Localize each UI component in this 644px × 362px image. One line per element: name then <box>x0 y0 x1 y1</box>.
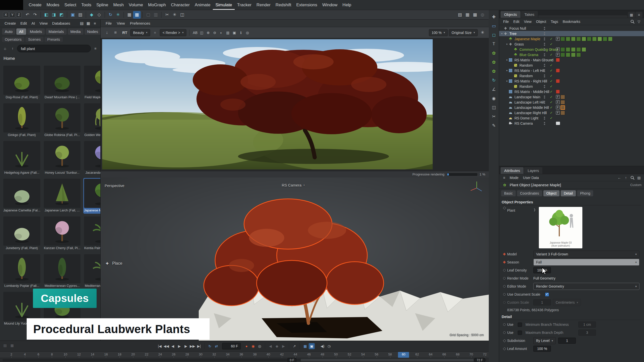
save-image-icon[interactable]: ↓ <box>103 29 111 36</box>
anim-marker[interactable] <box>502 323 507 326</box>
anim-marker[interactable] <box>502 293 507 296</box>
om-menu-view[interactable]: View <box>522 19 534 24</box>
leaf-amount-field[interactable]: 100 % <box>533 346 551 352</box>
field-tag[interactable]: F <box>556 48 560 51</box>
om-menu-tags[interactable]: Tags <box>549 19 560 24</box>
menu-help[interactable]: Help <box>340 0 354 10</box>
layers-icon[interactable]: ▣ <box>231 30 237 36</box>
field-tag[interactable]: F <box>556 111 560 115</box>
anim-marker[interactable] <box>502 340 507 342</box>
menu-mesh[interactable]: Mesh <box>111 0 126 10</box>
enabled-check-icon[interactable]: ✓ <box>550 106 553 109</box>
enabled-check-icon[interactable]: ✓ <box>550 53 553 57</box>
keyframe-marker[interactable] <box>502 261 507 263</box>
asset-item[interactable]: Japanese Camellia (Fal... <box>3 178 41 214</box>
play-icon[interactable]: ▶ <box>176 343 182 349</box>
anim-marker[interactable] <box>502 269 507 272</box>
asset-menu-view[interactable]: View <box>37 20 50 26</box>
asset-item[interactable]: Mediterranean Dwarf ... <box>83 253 100 289</box>
redshift-material-tag[interactable] <box>556 90 560 94</box>
render-view-menu-file[interactable]: File <box>103 20 114 26</box>
render-view-menu-preferences[interactable]: Preferences <box>127 20 153 26</box>
rect-select-icon[interactable]: ▭ <box>490 22 498 30</box>
enabled-check-icon[interactable]: ✓ <box>550 111 553 115</box>
texture-tag[interactable] <box>571 53 576 57</box>
render-target-dropdown[interactable]: < Render >▾ <box>160 29 186 36</box>
menu-tracker[interactable]: Tracker <box>235 0 254 10</box>
texture-tag[interactable] <box>582 37 586 41</box>
visibility-dots[interactable] <box>544 117 545 120</box>
object-row[interactable]: Landscape Main✓F <box>499 94 644 100</box>
model-dropdown[interactable]: Variant 3 Full-Grown▾ <box>533 251 639 258</box>
visibility-dots[interactable] <box>544 85 545 88</box>
plant-tool-c-icon[interactable]: ✿ <box>490 67 498 75</box>
plant-thumbnail[interactable]: Japanese Maple 03 (Acer palmatum) <box>539 207 582 248</box>
texture-tag[interactable] <box>571 37 576 41</box>
snap-icon[interactable]: ◇ <box>95 11 103 19</box>
views-icon[interactable]: ▤ <box>79 20 85 26</box>
wipe-icon[interactable]: ◫ <box>199 30 205 36</box>
enabled-check-icon[interactable]: ✓ <box>550 69 553 72</box>
object-row[interactable]: Blue Grama✓F <box>499 52 644 57</box>
max-branch-field[interactable]: 3 <box>578 330 596 336</box>
filter-tab-models[interactable]: Models <box>27 28 45 35</box>
menu-mograph[interactable]: MoGraph <box>146 0 169 10</box>
visibility-dots[interactable] <box>544 111 545 114</box>
plant-expander[interactable]: ❭ <box>533 208 536 211</box>
layout-c-icon[interactable]: ▩ <box>471 11 479 19</box>
expander-icon[interactable]: ▾ <box>500 32 504 35</box>
move-tool-icon[interactable]: ✚ <box>490 13 498 21</box>
enabled-check-icon[interactable]: ✓ <box>550 42 553 46</box>
menu-redshift[interactable]: Redshift <box>273 0 294 10</box>
undo-icon[interactable]: ↶ <box>24 11 31 19</box>
object-row[interactable]: ▾RS Matrix - Main Ground✓ <box>499 57 644 63</box>
object-row[interactable]: RS Camera <box>499 121 644 126</box>
enabled-check-icon[interactable]: ✓ <box>550 79 553 83</box>
asset-menu-create[interactable]: Create <box>3 20 18 26</box>
enabled-check-icon[interactable]: ✓ <box>550 100 553 104</box>
clock-icon[interactable]: ◷ <box>326 343 332 349</box>
search-icon[interactable] <box>629 175 635 181</box>
subdivision-mode-dropdown[interactable]: By Level▾ <box>533 337 556 344</box>
render-settings-icon[interactable]: ◨ <box>50 11 58 19</box>
menu-create[interactable]: Create <box>26 0 44 10</box>
range-thumb[interactable] <box>301 359 474 361</box>
info-icon[interactable]: ℹ <box>238 30 244 36</box>
history-icon[interactable]: ≡ <box>112 29 119 36</box>
prev-key-icon[interactable]: ◀◀ <box>163 343 169 349</box>
redshift-material-tag[interactable] <box>556 58 560 62</box>
asset-item[interactable]: Ginkgo (Fall, Plant) <box>3 103 41 138</box>
visibility-dots[interactable] <box>544 48 545 51</box>
range-loop-icon[interactable]: ⇄ <box>213 343 219 349</box>
redshift-material-tag[interactable] <box>556 69 560 72</box>
expander-icon[interactable]: ▾ <box>505 43 509 46</box>
magnet-icon[interactable]: ◆ <box>88 11 95 19</box>
object-row[interactable]: ▾RS Matrix - Right Hill✓ <box>499 78 644 84</box>
bookmark-icon[interactable]: ≡ <box>92 46 98 52</box>
object-row[interactable]: Landscape Left Hill✓F <box>499 100 644 105</box>
goto-end-icon[interactable]: ▶| <box>196 343 202 349</box>
simulate-icon[interactable]: ↻ <box>107 11 114 19</box>
om-menu-edit[interactable]: Edit <box>511 19 521 24</box>
texture-tag[interactable] <box>560 111 565 115</box>
anim-marker[interactable] <box>502 348 507 350</box>
search-icon[interactable] <box>629 19 635 25</box>
layout-a-icon[interactable]: ▤ <box>456 11 464 19</box>
custom-label[interactable]: Custom <box>630 183 641 187</box>
range-end-field[interactable]: 72 F <box>474 358 485 362</box>
asset-menu-edit[interactable]: Edit <box>18 20 29 26</box>
field-tag[interactable]: F <box>556 37 560 41</box>
expander-icon[interactable]: ▾ <box>505 69 509 72</box>
enabled-check-icon[interactable]: ✓ <box>550 116 553 120</box>
rt-toggle[interactable]: RT <box>120 30 129 35</box>
texture-tag[interactable] <box>560 105 565 110</box>
size-dropdown[interactable]: Original Size▾ <box>449 29 478 36</box>
asset-menu-ai[interactable]: AI <box>29 20 37 26</box>
object-row[interactable]: Landscape Middle Hill✓F <box>499 105 644 110</box>
enabled-check-icon[interactable]: ✓ <box>550 48 553 51</box>
asset-item[interactable]: Kentia Palm (Fall, Plant) <box>83 216 100 251</box>
place-tool-hud[interactable]: ✚Place <box>104 260 122 266</box>
measure-a-icon[interactable]: ▢ <box>144 11 152 19</box>
render-view-icon[interactable]: ◧ <box>43 11 50 19</box>
user-data-menu[interactable]: User Data <box>521 175 541 180</box>
